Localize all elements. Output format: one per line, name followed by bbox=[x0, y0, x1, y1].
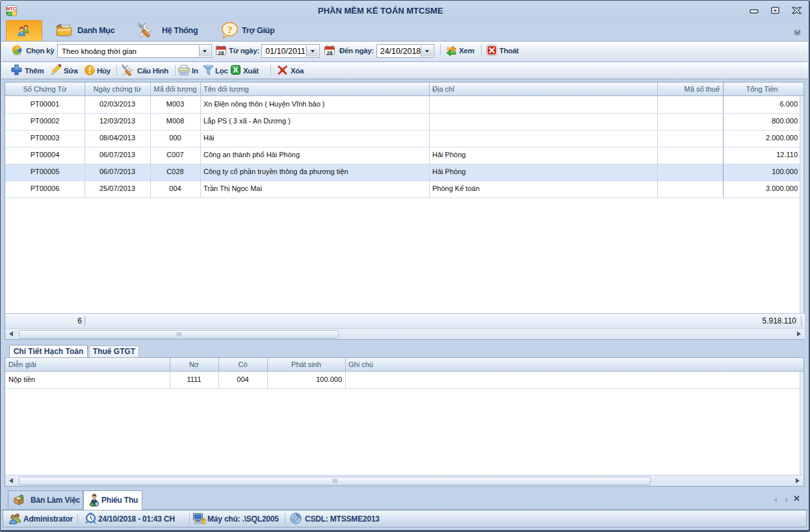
svg-text:28: 28 bbox=[327, 50, 333, 56]
svg-text:28: 28 bbox=[218, 50, 224, 56]
svg-text:$: $ bbox=[96, 502, 98, 506]
svg-text:?: ? bbox=[228, 25, 233, 35]
svg-text:MTC: MTC bbox=[7, 6, 16, 11]
